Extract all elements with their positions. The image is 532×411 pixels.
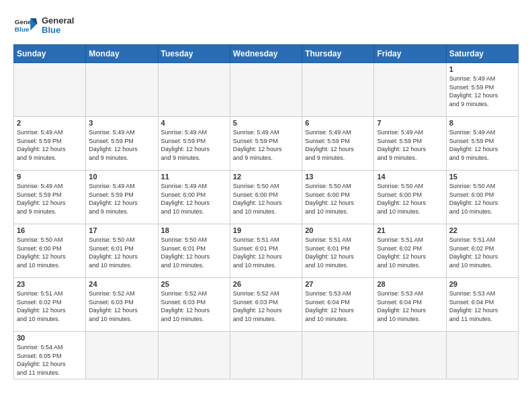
calendar-cell: 20Sunrise: 5:51 AM Sunset: 6:01 PM Dayli… xyxy=(302,224,374,278)
calendar-cell xyxy=(230,332,302,379)
day-info: Sunrise: 5:52 AM Sunset: 6:03 PM Dayligh… xyxy=(233,289,299,323)
calendar-cell xyxy=(230,63,302,117)
day-info: Sunrise: 5:49 AM Sunset: 5:59 PM Dayligh… xyxy=(89,182,154,216)
day-info: Sunrise: 5:49 AM Sunset: 6:00 PM Dayligh… xyxy=(161,182,227,216)
day-info: Sunrise: 5:51 AM Sunset: 6:01 PM Dayligh… xyxy=(233,236,299,269)
calendar-cell: 10Sunrise: 5:49 AM Sunset: 5:59 PM Dayli… xyxy=(86,171,158,224)
header: General Blue General Blue xyxy=(13,13,519,38)
day-info: Sunrise: 5:49 AM Sunset: 5:59 PM Dayligh… xyxy=(305,128,371,162)
day-info: Sunrise: 5:54 AM Sunset: 6:05 PM Dayligh… xyxy=(17,343,83,377)
calendar-cell xyxy=(302,332,374,379)
calendar-cell: 30Sunrise: 5:54 AM Sunset: 6:05 PM Dayli… xyxy=(14,332,86,379)
calendar-cell xyxy=(158,63,230,117)
day-info: Sunrise: 5:49 AM Sunset: 5:59 PM Dayligh… xyxy=(449,128,515,162)
logo: General Blue General Blue xyxy=(13,13,74,38)
day-info: Sunrise: 5:49 AM Sunset: 5:59 PM Dayligh… xyxy=(17,128,83,162)
calendar-cell: 6Sunrise: 5:49 AM Sunset: 5:59 PM Daylig… xyxy=(302,117,374,171)
day-number: 28 xyxy=(377,280,443,288)
calendar-table: Sunday Monday Tuesday Wednesday Thursday… xyxy=(13,44,519,379)
calendar-cell: 13Sunrise: 5:50 AM Sunset: 6:00 PM Dayli… xyxy=(302,171,374,224)
day-number: 25 xyxy=(161,280,227,288)
calendar-cell: 29Sunrise: 5:53 AM Sunset: 6:04 PM Dayli… xyxy=(446,278,518,332)
day-info: Sunrise: 5:53 AM Sunset: 6:04 PM Dayligh… xyxy=(449,289,515,323)
day-info: Sunrise: 5:50 AM Sunset: 6:00 PM Dayligh… xyxy=(449,182,515,216)
calendar-cell xyxy=(374,332,446,379)
header-tuesday: Tuesday xyxy=(158,45,230,63)
calendar-cell: 14Sunrise: 5:50 AM Sunset: 6:00 PM Dayli… xyxy=(374,171,446,224)
day-info: Sunrise: 5:51 AM Sunset: 6:02 PM Dayligh… xyxy=(17,289,83,323)
day-info: Sunrise: 5:52 AM Sunset: 6:03 PM Dayligh… xyxy=(161,289,227,323)
calendar-cell: 9Sunrise: 5:49 AM Sunset: 5:59 PM Daylig… xyxy=(14,171,86,224)
logo-icon: General Blue xyxy=(13,13,38,38)
day-number: 14 xyxy=(377,173,443,181)
day-info: Sunrise: 5:53 AM Sunset: 6:04 PM Dayligh… xyxy=(377,289,443,323)
calendar-cell xyxy=(374,63,446,117)
day-info: Sunrise: 5:51 AM Sunset: 6:02 PM Dayligh… xyxy=(449,236,515,269)
day-number: 16 xyxy=(17,226,83,234)
calendar-cell: 2Sunrise: 5:49 AM Sunset: 5:59 PM Daylig… xyxy=(14,117,86,171)
calendar-cell: 27Sunrise: 5:53 AM Sunset: 6:04 PM Dayli… xyxy=(302,278,374,332)
calendar-cell xyxy=(446,332,518,379)
calendar-cell: 23Sunrise: 5:51 AM Sunset: 6:02 PM Dayli… xyxy=(14,278,86,332)
day-info: Sunrise: 5:50 AM Sunset: 6:00 PM Dayligh… xyxy=(233,182,299,216)
calendar-cell: 4Sunrise: 5:49 AM Sunset: 5:59 PM Daylig… xyxy=(158,117,230,171)
calendar-cell: 26Sunrise: 5:52 AM Sunset: 6:03 PM Dayli… xyxy=(230,278,302,332)
calendar-cell: 18Sunrise: 5:50 AM Sunset: 6:01 PM Dayli… xyxy=(158,224,230,278)
day-info: Sunrise: 5:50 AM Sunset: 6:00 PM Dayligh… xyxy=(305,182,371,216)
calendar-cell: 21Sunrise: 5:51 AM Sunset: 6:02 PM Dayli… xyxy=(374,224,446,278)
calendar-cell: 1Sunrise: 5:49 AM Sunset: 5:59 PM Daylig… xyxy=(446,63,518,117)
header-row: Sunday Monday Tuesday Wednesday Thursday… xyxy=(14,45,519,63)
day-number: 26 xyxy=(233,280,299,288)
header-sunday: Sunday xyxy=(14,45,86,63)
day-number: 17 xyxy=(89,226,154,234)
day-number: 4 xyxy=(161,119,227,127)
calendar-header: Sunday Monday Tuesday Wednesday Thursday… xyxy=(14,45,519,63)
day-number: 29 xyxy=(449,280,515,288)
logo-blue: Blue xyxy=(42,26,74,35)
day-number: 11 xyxy=(161,173,227,181)
day-number: 3 xyxy=(89,119,154,127)
day-info: Sunrise: 5:50 AM Sunset: 6:00 PM Dayligh… xyxy=(377,182,443,216)
calendar-cell xyxy=(86,332,158,379)
day-info: Sunrise: 5:51 AM Sunset: 6:02 PM Dayligh… xyxy=(377,236,443,269)
day-number: 21 xyxy=(377,226,443,234)
day-number: 23 xyxy=(17,280,83,288)
calendar-cell: 25Sunrise: 5:52 AM Sunset: 6:03 PM Dayli… xyxy=(158,278,230,332)
svg-text:Blue: Blue xyxy=(15,26,30,33)
day-number: 20 xyxy=(305,226,371,234)
day-number: 22 xyxy=(449,226,515,234)
day-number: 27 xyxy=(305,280,371,288)
calendar-body: 1Sunrise: 5:49 AM Sunset: 5:59 PM Daylig… xyxy=(14,63,519,379)
calendar-cell xyxy=(86,63,158,117)
calendar-cell: 22Sunrise: 5:51 AM Sunset: 6:02 PM Dayli… xyxy=(446,224,518,278)
day-number: 13 xyxy=(305,173,371,181)
calendar-cell: 8Sunrise: 5:49 AM Sunset: 5:59 PM Daylig… xyxy=(446,117,518,171)
day-info: Sunrise: 5:49 AM Sunset: 5:59 PM Dayligh… xyxy=(233,128,299,162)
day-number: 6 xyxy=(305,119,371,127)
day-info: Sunrise: 5:52 AM Sunset: 6:03 PM Dayligh… xyxy=(89,289,154,323)
calendar-cell: 12Sunrise: 5:50 AM Sunset: 6:00 PM Dayli… xyxy=(230,171,302,224)
day-info: Sunrise: 5:49 AM Sunset: 5:59 PM Dayligh… xyxy=(377,128,443,162)
day-info: Sunrise: 5:53 AM Sunset: 6:04 PM Dayligh… xyxy=(305,289,371,323)
calendar-cell: 5Sunrise: 5:49 AM Sunset: 5:59 PM Daylig… xyxy=(230,117,302,171)
day-number: 8 xyxy=(449,119,515,127)
calendar-cell: 24Sunrise: 5:52 AM Sunset: 6:03 PM Dayli… xyxy=(86,278,158,332)
day-info: Sunrise: 5:49 AM Sunset: 5:59 PM Dayligh… xyxy=(89,128,154,162)
header-wednesday: Wednesday xyxy=(230,45,302,63)
calendar-cell: 7Sunrise: 5:49 AM Sunset: 5:59 PM Daylig… xyxy=(374,117,446,171)
day-number: 19 xyxy=(233,226,299,234)
header-friday: Friday xyxy=(374,45,446,63)
day-info: Sunrise: 5:50 AM Sunset: 6:01 PM Dayligh… xyxy=(161,236,227,269)
day-number: 2 xyxy=(17,119,83,127)
day-number: 10 xyxy=(89,173,154,181)
day-number: 18 xyxy=(161,226,227,234)
calendar-cell xyxy=(158,332,230,379)
calendar-cell: 28Sunrise: 5:53 AM Sunset: 6:04 PM Dayli… xyxy=(374,278,446,332)
day-info: Sunrise: 5:51 AM Sunset: 6:01 PM Dayligh… xyxy=(305,236,371,269)
day-info: Sunrise: 5:49 AM Sunset: 5:59 PM Dayligh… xyxy=(161,128,227,162)
header-saturday: Saturday xyxy=(446,45,518,63)
day-number: 30 xyxy=(17,334,83,342)
day-info: Sunrise: 5:50 AM Sunset: 6:01 PM Dayligh… xyxy=(89,236,154,269)
calendar-cell: 3Sunrise: 5:49 AM Sunset: 5:59 PM Daylig… xyxy=(86,117,158,171)
day-number: 24 xyxy=(89,280,154,288)
